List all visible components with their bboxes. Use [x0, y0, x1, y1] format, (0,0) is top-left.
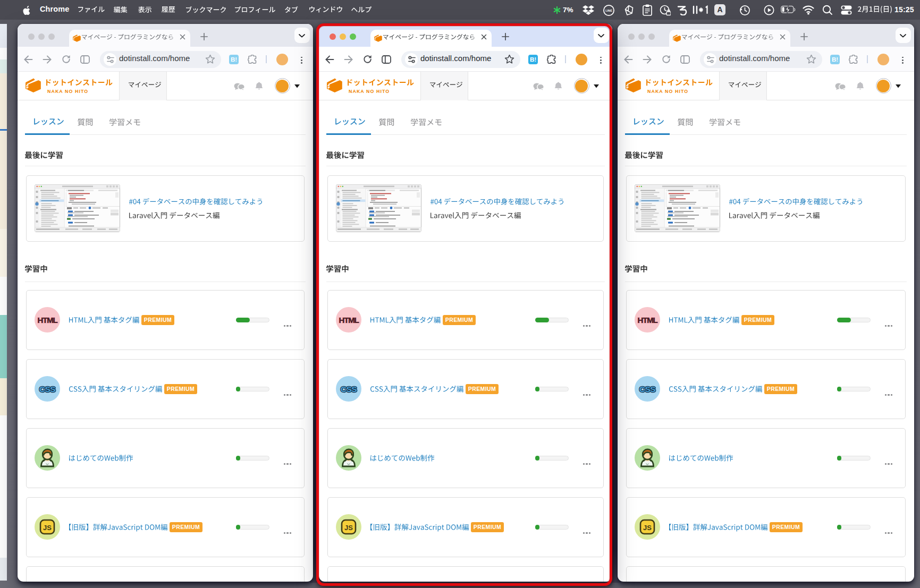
svg-text:JS: JS	[43, 524, 52, 532]
svg-text:LINE: LINE	[605, 9, 612, 12]
svg-text:JS: JS	[643, 524, 652, 532]
svg-text:HTML: HTML	[38, 316, 58, 325]
svg-text:CSS: CSS	[639, 385, 656, 394]
svg-text:HTML: HTML	[638, 316, 658, 325]
svg-text:CSS: CSS	[39, 385, 56, 394]
